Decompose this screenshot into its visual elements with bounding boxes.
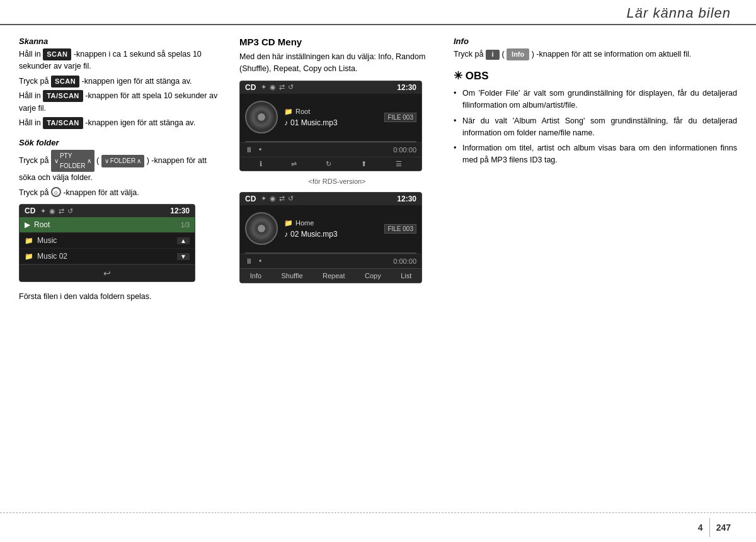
info-parens-open: ( <box>501 50 504 59</box>
circle-btn-icon: ○ <box>51 187 61 197</box>
obs-item-2: När du valt 'Album Artist Song' som grun… <box>454 115 737 139</box>
folder-item-music: 📁 Music ▲ <box>20 233 195 249</box>
arrow-icon: ⇄ <box>59 207 64 215</box>
chevron-down-icon: ∨ <box>54 156 59 166</box>
mp3-topbar-left-bottom: CD ✦ ◉ ⇄ ↺ <box>245 195 294 203</box>
scroll-up-btn[interactable]: ▲ <box>177 237 190 244</box>
obs-list: Om 'Folder File' är valt som grundinstäl… <box>454 88 737 166</box>
cd-controls-bottom: ⏸ • 0:00:00 <box>240 254 421 268</box>
page-section: 4 <box>698 522 703 533</box>
skanna-p2: Tryck på SCAN -knappen igen för att stän… <box>19 76 220 88</box>
star-icon: ✦ <box>40 207 46 215</box>
mp3-main-bottom: 📁 Home ♪ 02 Music.mp3 FILE 003 <box>240 205 421 252</box>
main-content: Skanna Håll in SCAN -knappen i ca 1 seku… <box>0 25 756 305</box>
chevron-up-icon: ∧ <box>87 156 91 166</box>
folder-item-root: ▶ Root 1/3 <box>20 217 195 233</box>
folder-btn-2-label: FOLDER <box>110 156 136 166</box>
mp3-star-icon: ✦ <box>261 83 266 91</box>
elapsed-bottom: 0:00:00 <box>393 257 416 265</box>
mp3-arrow-icon: ⇄ <box>279 83 285 91</box>
rds-note: <för RDS-version> <box>239 176 435 187</box>
mp3-screen-icons-bottom: ✦ ◉ ⇄ ↺ <box>261 195 294 203</box>
info-bottom-icon: ℹ <box>260 160 262 168</box>
obs-item-1-text: Om 'Folder File' är valt som grundinstäl… <box>462 89 737 110</box>
cd-info-top: 📁 Root ♪ 01 Music.mp3 <box>284 108 378 127</box>
copy-icon-top: ⬆ <box>361 160 367 168</box>
cd-disc-inner-bottom <box>258 225 265 232</box>
page-divider <box>709 518 710 537</box>
mp3-repeat-icon: ↺ <box>288 83 294 91</box>
mp3-main-top: 📁 Root ♪ 01 Music.mp3 FILE 003 <box>240 94 421 141</box>
folder-list-screen: CD ✦ ◉ ⇄ ↺ 12:30 ▶ Root <box>19 204 195 282</box>
tryck-pa-label3: Tryck på <box>19 188 51 197</box>
folder-item-left-root: ▶ Root <box>25 220 50 229</box>
screen-time-1: 12:30 <box>170 206 190 215</box>
cd-folder-row-bottom: 📁 Home <box>284 219 378 227</box>
menu-shuffle[interactable]: Shuffle <box>282 272 303 279</box>
folder-name-top: Root <box>295 108 310 115</box>
mp3-topbar-left-top: CD ✦ ◉ ⇄ ↺ <box>245 83 294 92</box>
menu-repeat[interactable]: Repeat <box>323 272 345 279</box>
back-arrow-icon: ↩ <box>103 268 111 278</box>
folder-item-left-music02: 📁 Music 02 <box>25 252 67 261</box>
left-column: Skanna Håll in SCAN -knappen i ca 1 seku… <box>19 37 227 305</box>
sok-p2: Tryck på ○ -knappen för att välja. <box>19 187 220 199</box>
skanna-p4: Håll in TA/SCAN -knappen igen för att st… <box>19 117 220 129</box>
page-footer: 4 247 <box>0 512 756 542</box>
mp3-screen-bottom: CD ✦ ◉ ⇄ ↺ 12:30 📁 Home <box>239 192 422 283</box>
chevron-down-icon-2: ∨ <box>105 156 109 166</box>
song-name-top: 01 Music.mp3 <box>290 118 338 127</box>
mp3-p1: Med den här inställningen kan du välja: … <box>239 51 435 76</box>
folder-btn: ∨ PTYFOLDER ∧ <box>51 150 94 172</box>
forsta-filen-text: Första filen i den valda foldern spelas. <box>19 291 220 303</box>
menu-list[interactable]: List <box>401 272 411 279</box>
hall-in-label3: Håll in <box>19 118 43 127</box>
sok-folder-title: Sök folder <box>19 138 220 147</box>
mp3-repeat-icon-b: ↺ <box>288 195 294 203</box>
folder-btn-parens: ( <box>96 156 99 165</box>
tascan-btn-2: TA/SCAN <box>43 117 83 129</box>
folder-item-left-music: 📁 Music <box>25 236 57 245</box>
cd-song-row-top: ♪ 01 Music.mp3 <box>284 118 378 127</box>
cd-disc-top <box>245 101 278 133</box>
folder-icon-music: 📁 <box>25 237 33 245</box>
pause-icon-bottom: ⏸ <box>245 257 253 266</box>
note-icon-bottom: ♪ <box>284 230 288 239</box>
skanna-p1: Håll in SCAN -knappen i ca 1 sekund så s… <box>19 48 220 73</box>
tascan-btn-1: TA/SCAN <box>43 90 83 102</box>
screen-icons: ✦ ◉ ⇄ ↺ <box>40 207 73 215</box>
folder-item-name-music02: Music 02 <box>37 252 67 261</box>
folder-item-name-root: Root <box>34 220 50 229</box>
note-icon-top: ♪ <box>284 118 288 127</box>
tryck-pa-info: Tryck på <box>454 50 486 59</box>
menu-info[interactable]: Info <box>250 272 261 279</box>
shuffle-icon-top: ⇌ <box>291 160 297 168</box>
back-btn[interactable]: ↩ <box>20 264 195 281</box>
hall-in-label2: Håll in <box>19 91 43 100</box>
screen-topbar-left: CD ✦ ◉ ⇄ ↺ <box>25 206 73 215</box>
hall-in-label: Håll in <box>19 50 43 59</box>
elapsed-top: 0:00:00 <box>393 146 416 154</box>
info-title: Info <box>454 37 737 46</box>
obs-item-2-text: När du valt 'Album Artist Song' som grun… <box>462 116 737 137</box>
chevron-up-icon-2: ∧ <box>137 156 141 166</box>
ctrl-icons-bottom: ⏸ • <box>245 257 261 266</box>
info-btn: Info <box>507 48 529 60</box>
mp3-screen-icons-top: ✦ ◉ ⇄ ↺ <box>261 83 294 91</box>
obs-item-3-text: Information om titel, artist och album v… <box>462 144 737 164</box>
folder-btn-label: PTYFOLDER <box>60 151 86 171</box>
menu-copy[interactable]: Copy <box>365 272 381 279</box>
cd-folder-row-top: 📁 Root <box>284 108 378 116</box>
file-badge-bottom: FILE 003 <box>384 224 416 234</box>
mp3-topbar-top: CD ✦ ◉ ⇄ ↺ 12:30 <box>240 81 421 94</box>
skanna-title: Skanna <box>19 37 220 46</box>
info-paragraph: Tryck på i ( Info ) -knappen för att se … <box>454 48 737 60</box>
mp3-screen-top: CD ✦ ◉ ⇄ ↺ 12:30 📁 Root <box>239 81 422 171</box>
cd-label-bottom: CD <box>245 195 256 203</box>
circle-icon: ◉ <box>49 207 55 215</box>
mp3-topbar-bottom: CD ✦ ◉ ⇄ ↺ 12:30 <box>240 193 421 205</box>
obs-item-1: Om 'Folder File' är valt som grundinstäl… <box>454 88 737 111</box>
scroll-down-btn[interactable]: ▼ <box>177 253 190 260</box>
mp3-arrow-icon-b: ⇄ <box>279 195 285 203</box>
screen-topbar: CD ✦ ◉ ⇄ ↺ 12:30 <box>20 205 195 217</box>
